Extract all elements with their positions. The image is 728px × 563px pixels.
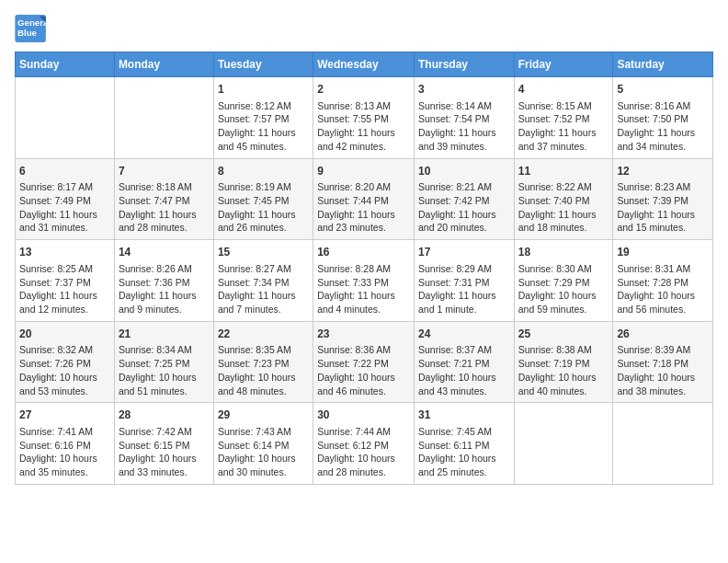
day-info: Sunrise: 7:43 AM [218, 425, 309, 439]
day-number: 23 [317, 327, 410, 342]
day-info: Sunset: 7:31 PM [418, 276, 510, 290]
day-info: Sunrise: 8:14 AM [418, 99, 510, 113]
day-info: Sunset: 7:49 PM [19, 194, 110, 208]
day-cell: 22Sunrise: 8:35 AMSunset: 7:23 PMDayligh… [213, 321, 313, 403]
day-cell: 1Sunrise: 8:12 AMSunset: 7:57 PMDaylight… [213, 77, 313, 159]
day-number: 1 [218, 82, 309, 98]
day-cell: 28Sunrise: 7:42 AMSunset: 6:15 PMDayligh… [114, 403, 213, 485]
day-cell: 13Sunrise: 8:25 AMSunset: 7:37 PMDayligh… [16, 240, 115, 322]
day-info: Daylight: 10 hours and 30 minutes. [218, 452, 309, 478]
day-info: Sunset: 6:11 PM [418, 439, 510, 453]
day-cell: 23Sunrise: 8:36 AMSunset: 7:22 PMDayligh… [313, 321, 415, 403]
day-number: 13 [19, 245, 110, 260]
day-cell: 7Sunrise: 8:18 AMSunset: 7:47 PMDaylight… [114, 158, 213, 240]
day-info: Sunset: 7:23 PM [218, 357, 309, 371]
calendar-table: SundayMondayTuesdayWednesdayThursdayFrid… [15, 52, 713, 485]
day-info: Sunrise: 8:22 AM [518, 180, 609, 194]
day-number: 14 [119, 245, 210, 260]
day-cell: 18Sunrise: 8:30 AMSunset: 7:29 PMDayligh… [514, 240, 613, 322]
day-cell: 6Sunrise: 8:17 AMSunset: 7:49 PMDaylight… [16, 158, 115, 240]
day-number: 3 [418, 82, 510, 98]
day-cell: 8Sunrise: 8:19 AMSunset: 7:45 PMDaylight… [213, 158, 313, 240]
day-info: Sunrise: 8:38 AM [518, 343, 609, 357]
day-info: Daylight: 10 hours and 40 minutes. [518, 371, 609, 397]
day-info: Sunset: 7:37 PM [19, 276, 110, 290]
day-info: Daylight: 11 hours and 23 minutes. [317, 208, 410, 235]
page-header: General Blue [15, 15, 713, 42]
day-info: Daylight: 11 hours and 31 minutes. [19, 208, 110, 235]
day-info: Sunrise: 8:29 AM [418, 262, 510, 276]
day-info: Sunset: 7:42 PM [418, 194, 510, 208]
day-info: Daylight: 11 hours and 12 minutes. [19, 289, 110, 316]
day-cell: 29Sunrise: 7:43 AMSunset: 6:14 PMDayligh… [213, 403, 313, 485]
day-info: Sunrise: 8:21 AM [418, 180, 510, 194]
day-cell: 5Sunrise: 8:16 AMSunset: 7:50 PMDaylight… [613, 77, 713, 159]
day-info: Daylight: 10 hours and 53 minutes. [19, 371, 110, 397]
day-info: Daylight: 11 hours and 37 minutes. [518, 126, 609, 153]
day-number: 20 [19, 327, 110, 342]
day-number: 28 [119, 408, 210, 423]
day-info: Sunset: 7:52 PM [518, 112, 609, 126]
day-info: Sunrise: 8:39 AM [617, 343, 709, 357]
day-info: Sunset: 6:12 PM [317, 439, 410, 453]
day-cell: 2Sunrise: 8:13 AMSunset: 7:55 PMDaylight… [313, 77, 415, 159]
day-info: Sunset: 7:19 PM [518, 357, 609, 371]
day-info: Sunset: 7:28 PM [617, 276, 709, 290]
day-info: Sunrise: 8:17 AM [19, 180, 110, 194]
day-number: 4 [518, 82, 609, 98]
day-number: 26 [617, 327, 709, 342]
day-info: Sunset: 7:26 PM [19, 357, 110, 371]
header-row: SundayMondayTuesdayWednesdayThursdayFrid… [16, 52, 713, 77]
day-info: Daylight: 11 hours and 34 minutes. [617, 126, 709, 153]
day-cell: 25Sunrise: 8:38 AMSunset: 7:19 PMDayligh… [514, 321, 613, 403]
day-info: Sunrise: 8:15 AM [518, 99, 609, 113]
day-number: 9 [317, 164, 410, 179]
day-info: Daylight: 11 hours and 7 minutes. [218, 289, 309, 316]
day-info: Sunrise: 8:32 AM [19, 343, 110, 357]
day-number: 25 [518, 327, 609, 342]
day-info: Daylight: 10 hours and 51 minutes. [119, 371, 210, 397]
day-info: Daylight: 11 hours and 39 minutes. [418, 126, 510, 153]
day-number: 10 [418, 164, 510, 179]
week-row-4: 20Sunrise: 8:32 AMSunset: 7:26 PMDayligh… [16, 321, 713, 403]
day-number: 6 [19, 164, 110, 179]
day-info: Sunrise: 8:26 AM [119, 262, 210, 276]
day-info: Daylight: 10 hours and 28 minutes. [317, 452, 410, 478]
day-info: Daylight: 10 hours and 48 minutes. [218, 371, 309, 397]
day-info: Sunset: 6:16 PM [19, 439, 110, 453]
day-info: Sunset: 7:25 PM [119, 357, 210, 371]
day-info: Sunset: 7:55 PM [317, 112, 410, 126]
day-info: Sunset: 6:14 PM [218, 439, 309, 453]
day-info: Sunset: 7:29 PM [518, 276, 609, 290]
day-info: Sunrise: 8:31 AM [617, 262, 709, 276]
week-row-2: 6Sunrise: 8:17 AMSunset: 7:49 PMDaylight… [16, 158, 713, 240]
day-info: Sunset: 7:39 PM [617, 194, 709, 208]
day-info: Sunrise: 8:12 AM [218, 99, 309, 113]
day-cell: 30Sunrise: 7:44 AMSunset: 6:12 PMDayligh… [313, 403, 415, 485]
day-cell [114, 77, 213, 159]
day-info: Daylight: 11 hours and 20 minutes. [418, 208, 510, 235]
week-row-5: 27Sunrise: 7:41 AMSunset: 6:16 PMDayligh… [16, 403, 713, 485]
day-cell: 19Sunrise: 8:31 AMSunset: 7:28 PMDayligh… [613, 240, 713, 322]
day-info: Sunrise: 8:35 AM [218, 343, 309, 357]
day-info: Daylight: 11 hours and 18 minutes. [518, 208, 609, 235]
svg-text:Blue: Blue [17, 28, 38, 38]
week-row-3: 13Sunrise: 8:25 AMSunset: 7:37 PMDayligh… [16, 240, 713, 322]
day-info: Sunset: 7:50 PM [617, 112, 709, 126]
day-info: Sunrise: 8:19 AM [218, 180, 309, 194]
day-info: Daylight: 11 hours and 15 minutes. [617, 208, 709, 235]
col-header-thursday: Thursday [414, 52, 514, 77]
day-info: Daylight: 10 hours and 46 minutes. [317, 371, 410, 397]
day-info: Sunrise: 8:30 AM [518, 262, 609, 276]
logo-icon: General Blue [15, 15, 48, 42]
day-info: Daylight: 10 hours and 38 minutes. [617, 371, 709, 397]
day-cell [613, 403, 713, 485]
day-info: Sunrise: 8:28 AM [317, 262, 410, 276]
day-info: Daylight: 10 hours and 25 minutes. [418, 452, 510, 478]
day-info: Sunrise: 8:23 AM [617, 180, 709, 194]
day-info: Sunset: 7:22 PM [317, 357, 410, 371]
day-cell: 9Sunrise: 8:20 AMSunset: 7:44 PMDaylight… [313, 158, 415, 240]
day-number: 17 [418, 245, 510, 260]
day-info: Sunrise: 8:20 AM [317, 180, 410, 194]
day-number: 8 [218, 164, 309, 179]
